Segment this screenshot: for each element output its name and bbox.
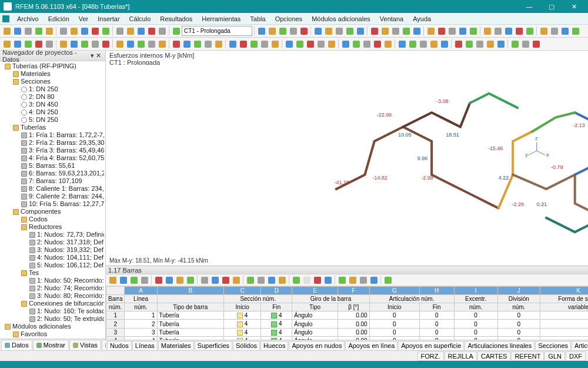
toolbar-button[interactable] xyxy=(334,26,344,36)
table-tab[interactable]: Líneas xyxy=(132,341,158,350)
tree-node[interactable]: 3: Nudos: 319,332; Definido por… xyxy=(1,246,104,254)
toolbar-button[interactable] xyxy=(2,39,12,49)
toolbar-button[interactable] xyxy=(362,39,372,49)
tree-node[interactable]: 3: Nudo: 80; Recorrido: 1; DN … xyxy=(1,292,104,300)
table-tab[interactable]: Apoyos en línea xyxy=(345,341,397,350)
tree-node[interactable]: 8: Caliente 1: Barras: 234,260,23… xyxy=(1,185,104,193)
toolbar-button[interactable] xyxy=(482,26,492,36)
tree-node[interactable]: 1: Nudos: 72,73; Definido por e… xyxy=(1,231,104,238)
table-tool-button[interactable] xyxy=(153,275,163,285)
maximize-button[interactable]: ▢ xyxy=(541,1,562,12)
toolbar-button[interactable] xyxy=(570,26,580,36)
menu-edición[interactable]: Edición xyxy=(44,14,74,24)
toolbar-button[interactable] xyxy=(136,39,146,49)
status-segment[interactable]: DXF xyxy=(566,352,586,361)
toolbar-button[interactable] xyxy=(249,39,259,49)
table-tool-button[interactable] xyxy=(210,275,220,285)
minimize-button[interactable]: — xyxy=(519,1,540,12)
toolbar-button[interactable] xyxy=(299,26,309,36)
toolbar-button[interactable] xyxy=(115,39,125,49)
toolbar-button[interactable] xyxy=(439,39,449,49)
toolbar-button[interactable] xyxy=(380,26,390,36)
table-tool-button[interactable] xyxy=(175,275,185,285)
tree-node[interactable]: 5: DN 250 xyxy=(1,116,104,124)
tree-node[interactable]: 1: Nudo: 160; Te soldada forjad… xyxy=(1,307,104,315)
menu-opciones[interactable]: Opciones xyxy=(271,14,306,24)
toolbar-button[interactable] xyxy=(503,26,513,36)
tree-node[interactable]: 5: Barras: 55,61 xyxy=(1,162,104,170)
toolbar-button[interactable] xyxy=(457,26,467,36)
toolbar-button[interactable] xyxy=(270,39,280,49)
toolbar-button[interactable] xyxy=(531,39,541,49)
toolbar-button[interactable] xyxy=(288,26,298,36)
toolbar-button[interactable] xyxy=(192,39,202,49)
table-tool-button[interactable] xyxy=(108,275,118,285)
tree-node[interactable]: Favoritos xyxy=(1,330,104,338)
menu-resultados[interactable]: Resultados xyxy=(156,14,196,24)
tree-node[interactable]: 1: Nudo: 50; Recorrido: 5; DN 2… xyxy=(1,277,104,284)
menu-ver[interactable]: Ver xyxy=(75,14,93,24)
toolbar-button[interactable] xyxy=(372,39,382,49)
toolbar-button[interactable] xyxy=(323,26,333,36)
toolbar-button[interactable] xyxy=(284,39,294,49)
toolbar-button[interactable] xyxy=(326,39,336,49)
toolbar-button[interactable] xyxy=(436,26,446,36)
table-grid[interactable]: ABCDEFGHIJKLMBarraLíneaSección núm.Giro … xyxy=(106,286,588,340)
table-tab[interactable]: Sólidos xyxy=(233,341,260,350)
model-canvas[interactable]: -22.99 -41.15 -3.08 -2.99 -14.82 -15.46 … xyxy=(106,65,588,266)
table-tool-button[interactable] xyxy=(291,275,301,285)
toolbar-button[interactable] xyxy=(12,26,22,36)
tree-node[interactable]: 2: Nudo: 74; Recorrido: 3; DN 4… xyxy=(1,284,104,292)
tree-node[interactable]: 4: Nudos: 104,111; Definido por… xyxy=(1,254,104,261)
tree-node[interactable]: 2: Fría 2: Barras: 29,35,30,31,34… xyxy=(1,139,104,147)
navtab-datos[interactable]: Datos xyxy=(1,340,32,350)
loadcase-combo[interactable]: CT1 - Prolongada xyxy=(182,26,252,36)
table-tool-button[interactable] xyxy=(369,275,379,285)
table-tool-button[interactable] xyxy=(337,275,347,285)
toolbar-button[interactable] xyxy=(213,39,223,49)
status-segment[interactable]: FORZ. xyxy=(417,352,444,361)
toolbar-button[interactable] xyxy=(429,39,439,49)
table-tool-button[interactable] xyxy=(266,275,276,285)
table-tool-button[interactable] xyxy=(231,275,241,285)
tree-node[interactable]: 10: Fría 5: Barras: 12,27,74,13-18… xyxy=(1,200,104,208)
table-tab[interactable]: Apoyos en nudos xyxy=(289,341,345,350)
table-tab[interactable]: Secciones xyxy=(535,341,571,350)
toolbar-button[interactable] xyxy=(539,26,549,36)
tree-node[interactable]: 7: Barras: 107,109 xyxy=(1,177,104,185)
menu-insertar[interactable]: Insertar xyxy=(93,14,123,24)
toolbar-button[interactable] xyxy=(345,26,355,36)
toolbar-button[interactable] xyxy=(44,26,54,36)
table-tool-button[interactable] xyxy=(358,275,368,285)
toolbar-button[interactable] xyxy=(267,26,277,36)
toolbar-button[interactable] xyxy=(2,26,12,36)
toolbar-button[interactable] xyxy=(496,39,506,49)
tree-node[interactable]: Tes xyxy=(1,269,104,277)
toolbar-button[interactable] xyxy=(115,26,125,36)
toolbar-button[interactable] xyxy=(12,39,22,49)
table-tab[interactable]: Huecos xyxy=(260,341,288,350)
navigator-close-icon[interactable]: ✕ xyxy=(94,52,103,59)
toolbar-button[interactable] xyxy=(351,39,361,49)
toolbar-button[interactable] xyxy=(397,39,407,49)
toolbar-button[interactable] xyxy=(464,39,474,49)
table-tab[interactable]: Materiales xyxy=(158,341,194,350)
tree-node[interactable]: Materiales xyxy=(1,70,104,78)
toolbar-button[interactable] xyxy=(90,39,100,49)
menu-herramientas[interactable]: Herramientas xyxy=(198,14,245,24)
table-tool-button[interactable] xyxy=(139,275,149,285)
tree-node[interactable]: 4: DN 250 xyxy=(1,108,104,116)
status-segment[interactable]: GLN xyxy=(544,352,565,361)
menu-cálculo[interactable]: Cálculo xyxy=(125,14,155,24)
toolbar-button[interactable] xyxy=(23,39,33,49)
toolbar-button[interactable] xyxy=(34,39,44,49)
tree-node[interactable]: Componentes xyxy=(1,208,104,216)
table-tool-button[interactable] xyxy=(383,275,393,285)
toolbar-button[interactable] xyxy=(146,39,156,49)
table-tool-button[interactable] xyxy=(312,275,322,285)
toolbar-button[interactable] xyxy=(468,26,478,36)
toolbar-button[interactable] xyxy=(412,26,422,36)
toolbar-button[interactable] xyxy=(524,26,534,36)
model-viewport[interactable]: Esfuerzos internos M-y [kNm] CT1 : Prolo… xyxy=(106,51,588,350)
toolbar-button[interactable] xyxy=(146,26,156,36)
